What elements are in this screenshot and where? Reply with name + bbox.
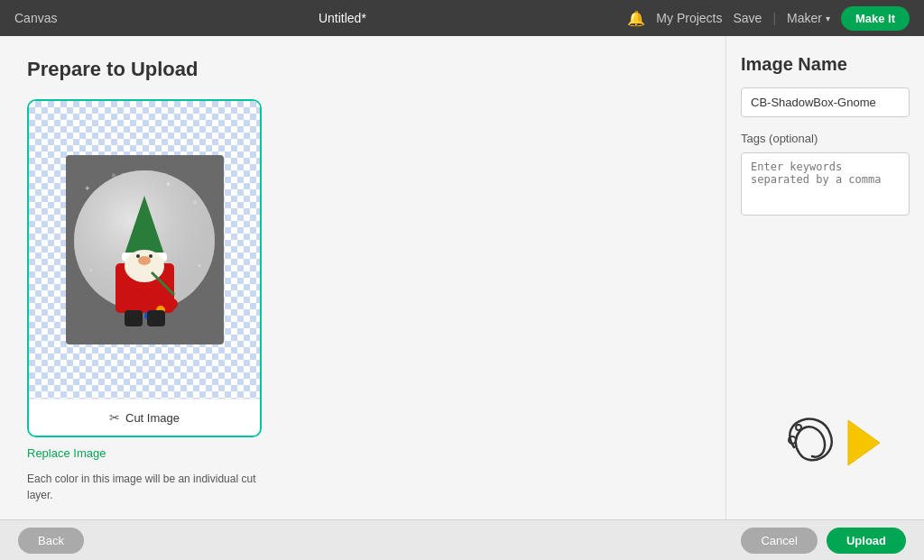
- svg-text:❄: ❄: [111, 172, 116, 179]
- upload-button[interactable]: Upload: [827, 528, 906, 554]
- my-projects-link[interactable]: My Projects: [656, 11, 722, 25]
- svg-text:✦: ✦: [197, 262, 202, 269]
- svg-text:✦: ✦: [88, 268, 93, 273]
- svg-text:❄: ❄: [192, 199, 198, 206]
- svg-point-14: [136, 254, 140, 258]
- canvas-label: Canvas: [14, 11, 57, 25]
- divider: |: [772, 11, 776, 25]
- svg-text:✦: ✦: [165, 180, 171, 188]
- tags-label: Tags (optional): [741, 132, 818, 145]
- maker-button[interactable]: Maker ▾: [787, 11, 830, 25]
- svg-point-17: [167, 298, 178, 309]
- cut-image-area[interactable]: ✂ Cut Image: [29, 399, 260, 436]
- tags-textarea[interactable]: [741, 152, 910, 216]
- chevron-down-icon: ▾: [826, 14, 830, 23]
- svg-point-15: [149, 254, 152, 258]
- maker-label: Maker: [787, 11, 822, 25]
- top-navigation: Canvas Untitled* 🔔 My Projects Save | Ma…: [0, 0, 924, 36]
- scissors-icon: ✂: [109, 410, 120, 425]
- bell-icon[interactable]: 🔔: [627, 10, 645, 27]
- replace-image-link[interactable]: Replace Image: [27, 446, 698, 460]
- doodle-illustration: [767, 402, 884, 483]
- bottom-bar: Back Cancel Upload: [0, 519, 924, 560]
- left-panel: Prepare to Upload ✦ ❄ ✦ ❄ ✦ ✦: [0, 36, 725, 519]
- topnav-right-area: 🔔 My Projects Save | Maker ▾ Make It: [627, 6, 910, 31]
- info-text: Each color in this image will be an indi…: [27, 471, 280, 503]
- page-title: Prepare to Upload: [27, 58, 698, 81]
- right-panel: Image Name Tags (optional): [725, 36, 924, 519]
- svg-point-24: [796, 425, 801, 430]
- svg-rect-21: [147, 310, 165, 326]
- save-button[interactable]: Save: [733, 11, 762, 25]
- image-card: ✦ ❄ ✦ ❄ ✦ ✦: [27, 99, 262, 437]
- cancel-button[interactable]: Cancel: [741, 528, 817, 554]
- document-title: Untitled*: [319, 11, 366, 25]
- bottom-right-buttons: Cancel Upload: [741, 528, 906, 554]
- main-layout: Prepare to Upload ✦ ❄ ✦ ❄ ✦ ✦: [0, 36, 924, 519]
- svg-point-13: [138, 256, 151, 265]
- image-preview-area: ✦ ❄ ✦ ❄ ✦ ✦: [29, 101, 260, 399]
- back-button[interactable]: Back: [18, 528, 84, 554]
- make-it-button[interactable]: Make It: [841, 6, 910, 31]
- gnome-globe-image: ✦ ❄ ✦ ❄ ✦ ✦: [66, 155, 224, 344]
- svg-rect-20: [125, 310, 143, 326]
- image-name-input[interactable]: [741, 87, 910, 117]
- cut-image-label: Cut Image: [125, 411, 180, 425]
- svg-marker-22: [848, 420, 880, 465]
- doodle-area: [741, 216, 910, 501]
- right-panel-title: Image Name: [741, 54, 847, 75]
- svg-text:✦: ✦: [84, 184, 91, 193]
